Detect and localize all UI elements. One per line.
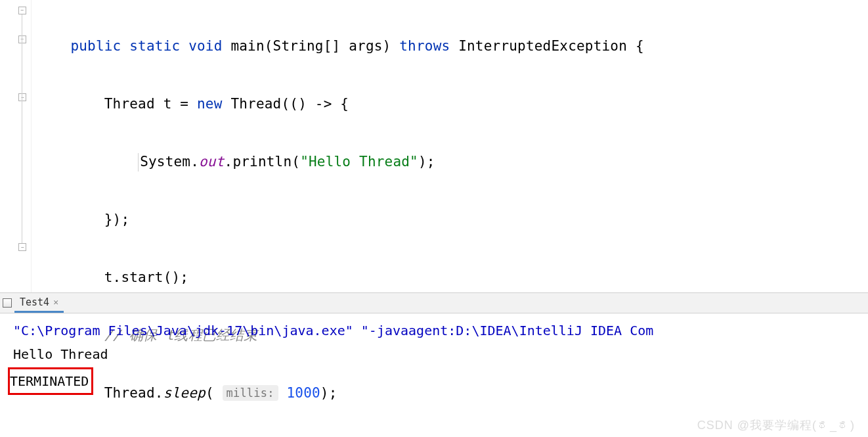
watermark: CSDN @我要学编程(ಥ_ಥ) [697,417,855,433]
tab-label: Test4 [20,296,49,308]
console-tab[interactable]: Test4 ✕ [14,293,64,313]
code-line[interactable]: Thread t = new Thread(() -> { [37,89,868,118]
code-line[interactable]: Thread.sleep( millis: 1000); [37,379,868,407]
fold-toggle-icon[interactable]: − [18,243,26,251]
fold-toggle-icon[interactable]: − [18,93,26,101]
code-editor[interactable]: − − − − public static void main(String[]… [0,0,868,292]
run-config-icon [3,298,12,308]
code-line[interactable]: public static void main(String[] args) t… [37,32,868,60]
fold-toggle-icon[interactable]: − [18,35,26,43]
parameter-hint: millis: [223,385,278,401]
code-line[interactable]: }); [37,205,868,234]
code-line[interactable]: t.start(); [37,263,868,292]
fold-toggle-icon[interactable]: − [18,7,26,14]
close-icon[interactable]: ✕ [53,297,58,307]
gutter: − − − − [0,0,32,292]
code-content[interactable]: public static void main(String[] args) t… [32,0,868,292]
highlighted-output: TERMINATED [8,367,93,395]
code-line[interactable]: System.out.println("Hello Thread"); [37,147,868,176]
